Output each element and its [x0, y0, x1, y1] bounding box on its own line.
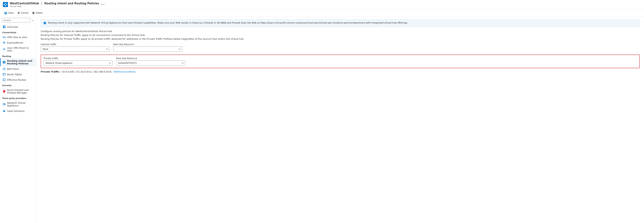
sidebar-item-uservpn[interactable]: User VPN (Point to site) [0, 45, 36, 53]
svg-rect-13 [4, 27, 6, 28]
sidebar-item-vpn-label: VPN (Site to site) [7, 36, 27, 39]
private-traffic-group: Private traffic Network Virtual Applianc… [44, 57, 112, 66]
sidebar-item-nva-label: Network Virtual Appliance [7, 102, 34, 107]
sidebar-item-bgp-peers[interactable]: BGP Peers [0, 66, 36, 72]
page-title: Routing Intent and Routing Policies [44, 2, 99, 5]
desc2: Routing Policies for Internet Traffic ap… [41, 34, 640, 36]
svg-point-4 [4, 4, 4, 5]
internet-next-hop-select-wrap [113, 46, 182, 52]
svg-rect-11 [4, 25, 6, 27]
sidebar-item-saas-label: SaaS Solutions [7, 110, 24, 112]
private-traffic-key: Private Traffic: [41, 70, 60, 73]
hub-icon [3, 2, 8, 7]
sidebar-item-route-tables-label: Route Tables [7, 73, 22, 76]
header-title-group: WestCentralUSHub | Routing Intent and Ro… [10, 1, 104, 7]
delete-label: Delete [36, 11, 43, 14]
private-traffic-select[interactable]: Network Virtual Appliance [44, 60, 112, 66]
more-options-button[interactable]: ... [101, 1, 105, 5]
delete-icon [32, 11, 35, 14]
info-icon [44, 21, 46, 25]
header-subtitle: Virtual HUB [10, 5, 104, 7]
delete-button[interactable]: Delete [30, 10, 44, 15]
svg-point-3 [5, 6, 6, 6]
header-title: WestCentralUSHub | Routing Intent and Ro… [10, 1, 104, 5]
sidebar-item-effective-routes-label: Effective Routes [7, 78, 26, 81]
sidebar-item-azure-firewall[interactable]: Azure Firewall and Firewall Manager [0, 87, 36, 95]
save-button[interactable]: Save [3, 10, 15, 15]
svg-rect-21 [3, 73, 6, 75]
sidebar-item-expressroute[interactable]: ExpressRoute [0, 40, 36, 45]
info-banner: Routing intent is only supported with Ne… [41, 19, 640, 27]
internet-next-hop-select[interactable] [113, 46, 182, 52]
saas-icon [3, 110, 6, 112]
routing-intent-icon [3, 61, 6, 64]
private-next-hop-group: Next Hop Resource fortinetAPITEST3 [116, 57, 185, 66]
private-next-hop-select[interactable]: fortinetAPITEST3 [116, 60, 185, 66]
svg-point-17 [4, 48, 5, 49]
sidebar-section-routing: Routing [0, 53, 36, 58]
sidebar: « Overview Connectivity VPN (Site to sit… [0, 16, 36, 223]
desc3: Routing Policies for Private Traffic app… [41, 37, 640, 40]
svg-rect-14 [3, 36, 4, 38]
private-next-hop-select-wrap: fortinetAPITEST3 [116, 60, 185, 66]
sidebar-item-overview[interactable]: Overview [0, 24, 36, 29]
info-banner-text: Routing intent is only supported with Ne… [48, 21, 407, 24]
hub-name: WestCentralUSHub [10, 2, 39, 5]
cancel-label: Cancel [21, 11, 28, 14]
main-layout: « Overview Connectivity VPN (Site to sit… [0, 16, 644, 223]
sidebar-item-nva[interactable]: Network Virtual Appliance [0, 100, 36, 108]
sidebar-item-saas[interactable]: SaaS Solutions [0, 108, 36, 114]
sidebar-item-expressroute-label: ExpressRoute [7, 41, 23, 44]
sidebar-item-overview-label: Overview [7, 25, 18, 28]
effective-routes-icon [3, 78, 6, 81]
search-input[interactable] [2, 18, 30, 22]
cancel-button[interactable]: Cancel [16, 10, 30, 15]
svg-point-2 [5, 3, 6, 3]
internet-traffic-group: Internet traffic None [41, 43, 110, 52]
cancel-icon [17, 11, 20, 14]
internet-traffic-select-wrap: None [41, 46, 110, 52]
internet-next-hop-label: Next Hop Resource [113, 43, 182, 46]
sidebar-item-vpn[interactable]: VPN (Site to site) [0, 34, 36, 40]
private-traffic-prefixes: 10.0.0.0/8, 172.16.0.0/12, 192.168.0.0/1… [62, 70, 112, 73]
svg-rect-25 [4, 104, 4, 105]
svg-point-29 [3, 110, 5, 111]
svg-rect-12 [3, 27, 4, 28]
sidebar-item-uservpn-label: User VPN (Point to site) [7, 47, 34, 52]
save-label: Save [8, 11, 14, 14]
svg-point-31 [45, 22, 45, 23]
sidebar-section-third-party: Third party providers [0, 95, 36, 100]
toolbar: Save Cancel Delete [0, 9, 644, 16]
content-area: Routing intent is only supported with Ne… [36, 16, 644, 223]
sidebar-item-routing-intent[interactable]: Routing Intent and Routing Policies [0, 58, 36, 66]
internet-traffic-label: Internet traffic [41, 43, 110, 46]
save-icon [4, 11, 7, 14]
nva-icon [3, 103, 6, 106]
top-header: WestCentralUSHub | Routing Intent and Ro… [0, 0, 644, 9]
svg-point-5 [6, 4, 7, 5]
svg-rect-10 [3, 25, 4, 27]
bgp-peers-icon [3, 67, 6, 70]
internet-traffic-select[interactable]: None [41, 46, 110, 52]
svg-rect-24 [3, 104, 4, 105]
overview-icon [3, 25, 6, 28]
form-section: Internet traffic None Next Hop Resource [41, 43, 640, 73]
private-traffic-values: Private Traffic: 10.0.0.0/8, 172.16.0.0/… [41, 70, 640, 73]
sidebar-item-route-tables[interactable]: Route Tables [0, 72, 36, 77]
internet-next-hop-group: Next Hop Resource [113, 43, 182, 52]
svg-rect-26 [5, 104, 5, 105]
header-separator: | [41, 2, 42, 5]
vpn-icon [3, 36, 6, 39]
internet-traffic-row: Internet traffic None Next Hop Resource [41, 43, 640, 52]
sidebar-section-security: Security [0, 82, 36, 87]
desc1: Configure routing policies for WestCentr… [41, 30, 640, 33]
expressroute-icon [3, 41, 6, 44]
private-traffic-label: Private traffic [44, 57, 112, 60]
private-next-hop-label: Next Hop Resource [116, 57, 185, 60]
additional-prefixes-link[interactable]: Additional prefixes [114, 70, 136, 73]
azure-firewall-icon [3, 90, 6, 93]
sidebar-item-effective-routes[interactable]: Effective Routes [0, 77, 36, 82]
svg-point-15 [5, 37, 5, 37]
sidebar-item-azure-firewall-label: Azure Firewall and Firewall Manager [7, 89, 34, 94]
collapse-button[interactable]: « [32, 18, 34, 22]
